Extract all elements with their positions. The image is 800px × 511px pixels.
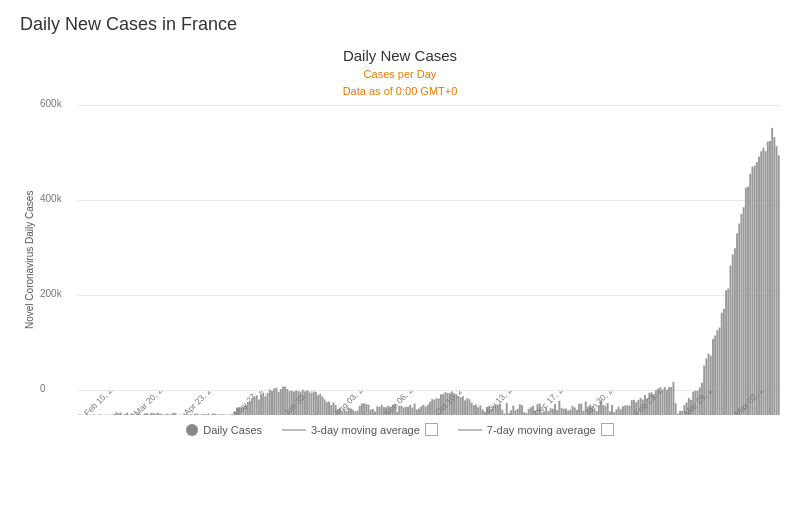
bar [738, 224, 740, 415]
bar [778, 155, 780, 415]
chart-container: Daily New Cases Cases per Day Data as of… [0, 41, 800, 481]
x-tick-label: Sep 06, 2020 [383, 391, 425, 415]
bars-chart [78, 105, 780, 415]
bar [760, 151, 762, 415]
x-tick-label: May 27, 2020 [232, 391, 274, 415]
bar [773, 137, 775, 415]
bar [754, 166, 756, 415]
bar [769, 141, 771, 415]
bar [741, 214, 743, 415]
bar [743, 207, 745, 415]
daily-cases-dot [186, 424, 198, 436]
bar [776, 146, 778, 415]
legend-7day: 7-day moving average [458, 423, 614, 436]
bar [749, 174, 751, 415]
avg-3day-line [282, 429, 306, 431]
bar [767, 142, 769, 415]
bar [736, 233, 738, 415]
bar [771, 128, 773, 415]
avg-7day-checkbox[interactable] [601, 423, 614, 436]
x-tick-label: Feb 23, 2021 [632, 391, 673, 415]
bar [734, 248, 736, 415]
bar [747, 187, 749, 415]
x-tick-label: Mar 29, 2021 [682, 391, 723, 415]
bar [765, 151, 767, 415]
x-tick-label: Dec 17, 2020 [533, 391, 575, 415]
bar [762, 148, 764, 415]
x-tick-label: Nov 13, 2020 [482, 391, 524, 415]
x-tick-label: Aug 03, 2020 [332, 391, 374, 415]
y-tick-label: 200k [40, 288, 62, 299]
x-tick-label: Feb 15, 2020 [83, 391, 124, 415]
x-tick-label: May 02, 2021 [733, 391, 775, 415]
bar [751, 167, 753, 415]
avg-7day-line [458, 429, 482, 431]
x-axis: Feb 15, 2020Mar 20, 2020Apr 23, 2020May … [78, 391, 780, 415]
x-tick-label: Jan 20, 2021 [583, 391, 624, 415]
x-tick-label: Apr 23, 2020 [183, 391, 223, 415]
y-axis-label: Novel Coronavirus Daily Cases [20, 105, 38, 415]
y-tick-label: 600k [40, 98, 62, 109]
bar [745, 188, 747, 415]
chart-title: Daily New Cases [20, 41, 780, 64]
avg-3day-label: 3-day moving average [311, 424, 420, 436]
x-tick-label: Oct 10, 2020 [433, 391, 473, 415]
bar [758, 157, 760, 415]
daily-cases-label: Daily Cases [203, 424, 262, 436]
legend: Daily Cases 3-day moving average 7-day m… [20, 415, 780, 440]
avg-3day-checkbox[interactable] [425, 423, 438, 436]
chart-inner: 600k400k200k0 Feb 15, 2020Mar 20, 2020Ap… [38, 105, 780, 415]
avg-7day-label: 7-day moving average [487, 424, 596, 436]
chart-area: Novel Coronavirus Daily Cases 600k400k20… [20, 105, 780, 415]
x-tick-label: Jun 30, 2020 [283, 391, 324, 415]
y-tick-label: 0 [40, 383, 46, 394]
bar [756, 162, 758, 415]
x-tick-label: Mar 20, 2020 [133, 391, 174, 415]
legend-daily-cases: Daily Cases [186, 424, 262, 436]
page-title: Daily New Cases in France [0, 0, 800, 41]
chart-subtitle: Cases per Day Data as of 0:00 GMT+0 [20, 66, 780, 99]
y-tick-label: 400k [40, 193, 62, 204]
legend-3day: 3-day moving average [282, 423, 438, 436]
